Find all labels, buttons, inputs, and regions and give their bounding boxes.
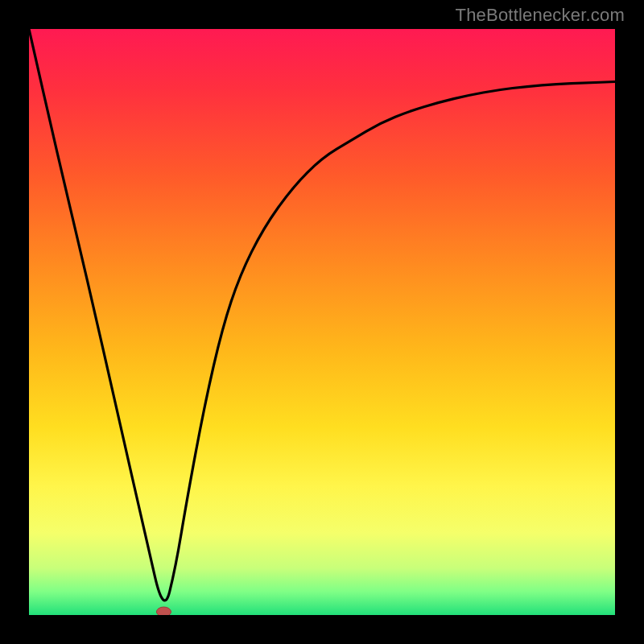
optimal-point-marker (156, 607, 171, 615)
gradient-background (29, 29, 615, 615)
bottleneck-chart (29, 29, 615, 615)
watermark-text: TheBottlenecker.com (456, 5, 625, 26)
plot-area (29, 29, 615, 615)
chart-frame: TheBottlenecker.com (0, 0, 644, 644)
